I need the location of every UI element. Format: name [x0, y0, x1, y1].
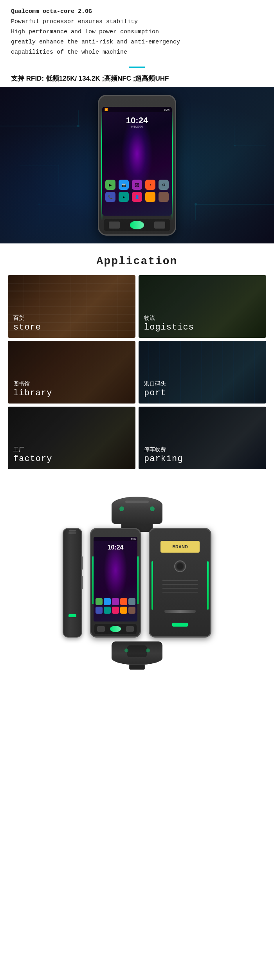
- tile-english-port: port: [144, 388, 166, 398]
- connector-led-r: [146, 649, 150, 652]
- device-views-section: 50% 10:24: [0, 477, 274, 681]
- connector-slot: [127, 645, 147, 657]
- device-back-body: BRAND: [149, 528, 211, 638]
- app-icon-7: ●: [119, 192, 129, 202]
- spec-line-2: Powerful processor ensures stability: [11, 17, 263, 27]
- tile-english-parking: parking: [144, 454, 183, 464]
- device-front-view: 50% 10:24: [90, 528, 141, 638]
- nav-menu: [109, 222, 120, 229]
- app-icon-9: [145, 192, 155, 202]
- device-back-view: BRAND: [149, 528, 211, 638]
- tile-english-store: store: [13, 322, 41, 332]
- app-icon-1: ▶: [105, 180, 115, 190]
- tile-text-factory: 工厂 factory: [13, 446, 52, 464]
- device-row-bottom: [8, 641, 266, 673]
- tile-text-library: 图书馆 library: [13, 380, 52, 398]
- device-front-body: 50% 10:24: [90, 528, 141, 638]
- side-green-indicator: [68, 614, 76, 617]
- spec-line-1: Qualcomm octa-core 2.0G: [11, 7, 263, 16]
- app-tile-parking[interactable]: 停车收费 parking: [139, 407, 266, 469]
- phone-mockup: 📶 50% 10:24 6/1/2020 ▶ 📷 🖼 ♪ ⚙ 📞: [98, 95, 176, 236]
- dev-app-10: [128, 607, 135, 614]
- device-screen: 50% 10:24: [94, 537, 137, 622]
- app-icon-3: 🖼: [132, 180, 142, 190]
- tile-english-factory: factory: [13, 454, 52, 464]
- section-divider: [129, 67, 145, 68]
- spec-line-3: High performance and low power consumpti…: [11, 27, 263, 37]
- back-line-2: [162, 584, 198, 585]
- svg-point-12: [38, 204, 40, 205]
- back-line-4: [162, 592, 198, 593]
- device-row-middle: 50% 10:24: [8, 528, 266, 638]
- connector-port: [129, 664, 145, 670]
- back-green-bottom: [172, 623, 188, 627]
- tile-english-library: library: [13, 388, 52, 398]
- application-title: Application: [8, 255, 266, 267]
- dev-app-6: [96, 607, 103, 614]
- side-button-mid: [175, 147, 176, 160]
- spec-line-5: capabilities of the whole machine: [11, 48, 263, 57]
- back-camera: [174, 560, 186, 572]
- app-icon-10: [159, 192, 169, 202]
- tile-chinese-store: 百货: [13, 315, 41, 322]
- back-line-1: [162, 580, 198, 581]
- application-grid: 百货 store 物流 logistics 图书馆 library: [8, 275, 266, 469]
- tile-chinese-parking: 停车收费: [144, 446, 183, 453]
- tile-text-logistics: 物流 logistics: [144, 315, 194, 332]
- dev-nav-home: [110, 626, 121, 632]
- side-top-port: [68, 532, 76, 534]
- tile-text-parking: 停车收费 parking: [144, 446, 183, 464]
- back-green-left: [151, 561, 153, 609]
- device-bottom-connector: [112, 641, 162, 673]
- svg-point-13: [234, 145, 236, 146]
- device-app-area: [95, 598, 136, 614]
- phone-body: 📶 50% 10:24 6/1/2020 ▶ 📷 🖼 ♪ ⚙ 📞: [98, 95, 176, 236]
- status-bar: 📶 50%: [102, 107, 172, 112]
- brand-label: BRAND: [160, 541, 200, 553]
- app-tile-port[interactable]: 港口码头 port: [139, 341, 266, 404]
- app-tile-factory[interactable]: 工厂 factory: [8, 407, 135, 469]
- side-button-2: [81, 576, 83, 589]
- side-camera: [69, 530, 76, 531]
- nav-back: [154, 222, 165, 229]
- app-tile-store[interactable]: 百货 store: [8, 275, 135, 338]
- app-icon-5: ⚙: [159, 180, 169, 190]
- dev-app-8: [112, 607, 119, 614]
- status-left: 📶: [105, 108, 108, 111]
- app-row-2: 📞 ● 👤: [104, 192, 170, 202]
- app-icon-2: 📷: [119, 180, 129, 190]
- dev-nav-menu: [97, 626, 105, 632]
- device-app-row-1: [95, 598, 136, 605]
- app-tile-logistics[interactable]: 物流 logistics: [139, 275, 266, 338]
- phone-bottom-bar: [104, 219, 170, 231]
- app-icon-6: 📞: [105, 192, 115, 202]
- tile-text-port: 港口码头 port: [144, 380, 166, 398]
- app-icon-4: ♪: [145, 180, 155, 190]
- device-screen-time: 10:24: [108, 544, 124, 551]
- side-button-1: [81, 556, 83, 570]
- tile-chinese-library: 图书馆: [13, 380, 52, 387]
- dev-app-9: [120, 607, 127, 614]
- back-line-3: [162, 588, 198, 589]
- screen-time: 10:24: [126, 115, 148, 126]
- rfid-label: 支持 RFID: 低频125K/ 134.2K ;高频NFC ;超高频UHF: [0, 72, 274, 87]
- dev-app-5: [128, 598, 135, 605]
- spec-line-4: greatly enhance the anti-risk and anti-e…: [11, 38, 263, 47]
- status-time: 50%: [164, 108, 169, 111]
- svg-point-2: [77, 125, 79, 127]
- back-green-right: [207, 561, 209, 609]
- device-row-top: [8, 489, 266, 524]
- app-icon-8: 👤: [132, 192, 142, 202]
- app-tile-library[interactable]: 图书馆 library: [8, 341, 135, 404]
- svg-point-5: [195, 203, 197, 205]
- back-stripe: [164, 610, 196, 613]
- screen-date: 6/1/2020: [131, 125, 143, 128]
- device-side-view: [63, 528, 82, 638]
- cradle-led-left: [119, 506, 124, 511]
- nav-home: [130, 221, 144, 229]
- dev-app-2: [104, 598, 111, 605]
- device-bottom-bar: [94, 624, 137, 634]
- dev-app-7: [104, 607, 111, 614]
- cradle-slot: [125, 501, 149, 503]
- dev-app-3: [112, 598, 119, 605]
